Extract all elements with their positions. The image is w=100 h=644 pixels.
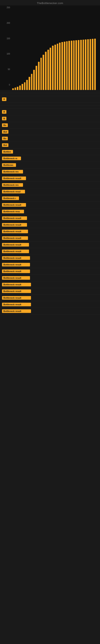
bottleneck-row <box>0 93 100 96</box>
bar-group <box>14 88 16 90</box>
bar-group <box>31 74 33 90</box>
bottleneck-row: Bottleneck result <box>0 262 100 268</box>
bottleneck-result-label: Bottleneck res <box>2 170 23 174</box>
bottleneck-result-label: Bottleneck result <box>2 290 31 293</box>
bottleneck-row: Bottleneck result <box>0 175 100 182</box>
chart-bar <box>59 43 61 90</box>
bottleneck-row: Bo <box>0 135 100 142</box>
bar-group <box>61 42 63 90</box>
chart-bar <box>15 88 16 90</box>
bottleneck-row <box>0 90 100 93</box>
chart-bar <box>54 45 56 90</box>
y-axis-label: 150 <box>7 38 10 40</box>
bottleneck-row: Bot <box>0 128 100 135</box>
bottleneck-row: Bottleneck result <box>0 248 100 255</box>
bottleneck-result-label: Bottleneck re <box>2 156 21 160</box>
bottleneck-row: Bottleneck result <box>0 222 100 228</box>
y-axis-label: 100 <box>7 53 10 55</box>
bottleneck-result-label: B <box>2 117 6 120</box>
bottleneck-result-label: R <box>2 110 6 114</box>
bar-group <box>85 40 87 90</box>
bottleneck-result-label: Bottlenec <box>2 163 16 167</box>
y-axis-label: 250 <box>7 6 10 9</box>
chart-bar <box>12 88 14 90</box>
bottleneck-row: Bottleneck result <box>0 275 100 281</box>
chart-bar <box>83 40 84 90</box>
y-axis-label: 50 <box>8 68 10 70</box>
bottleneck-result-label: Bottlen <box>2 150 13 154</box>
bar-group <box>57 44 59 90</box>
bottleneck-result-label: Bo <box>2 123 8 127</box>
bottleneck-row: Bottleneck result <box>0 308 100 314</box>
bottleneck-row: Bottleneck re <box>0 155 100 162</box>
bottleneck-result-label: Bottleneck result <box>2 176 26 180</box>
bar-group <box>47 50 49 90</box>
y-axis-label: 0 <box>9 84 10 86</box>
bar-group <box>50 48 51 90</box>
bar-group <box>66 41 68 90</box>
bottleneck-row: Bottlen <box>0 148 100 155</box>
chart-bar <box>64 42 65 90</box>
chart-bar <box>48 50 49 90</box>
bar-group <box>87 39 89 90</box>
bottleneck-result-label: Bo <box>2 137 8 140</box>
bottleneck-result-label: Bottleneck result <box>2 283 31 286</box>
chart-bar <box>85 40 86 90</box>
chart-bar <box>71 41 72 90</box>
bottleneck-result-label: Bottleneck result <box>2 303 31 306</box>
bar-group <box>21 84 23 90</box>
bottleneck-row: Bottleneck result <box>0 235 100 242</box>
bar-group <box>75 40 77 90</box>
chart-bar <box>36 66 37 90</box>
chart-bar <box>43 55 44 90</box>
bottleneck-row: Bottleneck result <box>0 202 100 208</box>
bar-group <box>73 40 75 90</box>
bottleneck-row: Bottleneck result <box>0 301 100 308</box>
bar-group <box>64 42 66 90</box>
bottleneck-row: Bottleneck result <box>0 281 100 288</box>
bottleneck-result-label: Bottleneck result <box>2 270 30 273</box>
bottleneck-result-label: Bottleneck result <box>2 296 31 300</box>
bar-group <box>38 62 40 90</box>
bottleneck-row: Bot <box>0 142 100 148</box>
bottleneck-row: Bottlenec <box>0 162 100 168</box>
chart-bar <box>94 39 96 90</box>
chart-bar <box>66 41 68 90</box>
bar-group <box>54 45 56 90</box>
site-title: TheBottlenecker.com <box>0 0 100 6</box>
bar-group <box>82 40 84 90</box>
bottleneck-row: Bottleneck result <box>0 228 100 235</box>
bottleneck-result-label: Bottleneck result <box>2 309 31 313</box>
chart-bar <box>57 44 58 90</box>
y-axis: 250200150100500 <box>0 6 11 86</box>
bottleneck-result-label: Bottleneck r <box>2 196 19 200</box>
bottleneck-result-label: Bottleneck result <box>2 203 26 207</box>
bar-group <box>42 55 44 90</box>
bottleneck-result-label: Bottleneck result <box>2 223 27 226</box>
chart-bar <box>52 46 53 90</box>
bar-group <box>78 40 80 90</box>
bar-group <box>35 66 37 90</box>
bottleneck-result-label: Bottleneck result <box>2 236 28 240</box>
chart-bar <box>75 40 77 90</box>
bottleneck-result-label: Bottleneck result <box>2 243 29 246</box>
chart-bar <box>87 39 89 90</box>
chart-bar <box>22 84 23 90</box>
bars-container <box>12 14 96 90</box>
bottleneck-row: Bottleneck r <box>0 195 100 202</box>
bar-group <box>80 40 82 90</box>
bar-group <box>19 86 21 90</box>
bar-group <box>33 70 35 90</box>
bottleneck-result-label: Bottleneck result <box>2 230 28 233</box>
bottleneck-row: Bottleneck result <box>0 268 100 275</box>
chart-bar <box>33 70 35 90</box>
chart-bar <box>24 82 26 90</box>
bottleneck-result-label: Bot <box>2 143 8 147</box>
chart-bar <box>90 39 91 90</box>
bottleneck-result-label: Bottleneck result <box>2 263 30 266</box>
bottleneck-result-label: R <box>2 98 6 101</box>
chart-bar <box>92 39 93 90</box>
bottleneck-row: R <box>0 109 100 115</box>
bar-group <box>68 41 70 90</box>
bottleneck-row: Bottleneck result <box>0 255 100 262</box>
